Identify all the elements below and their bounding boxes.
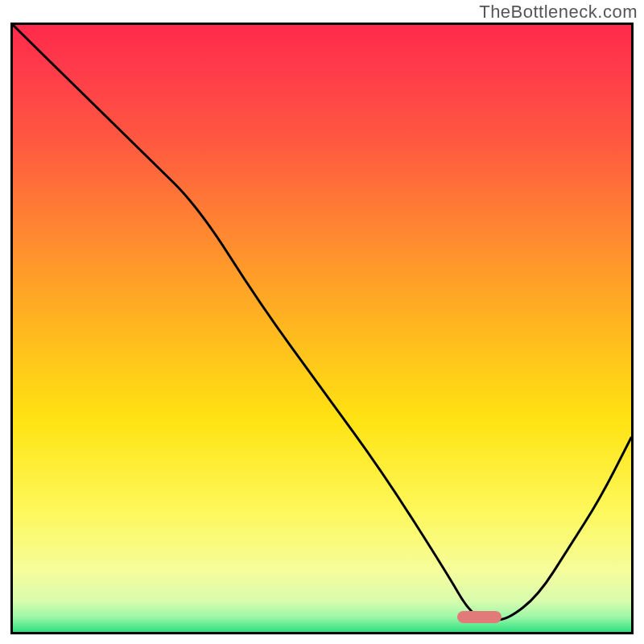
watermark-text: TheBottleneck.com	[479, 2, 638, 23]
plot-frame	[10, 23, 634, 634]
plot-svg	[13, 25, 631, 632]
minimum-marker	[457, 611, 502, 623]
